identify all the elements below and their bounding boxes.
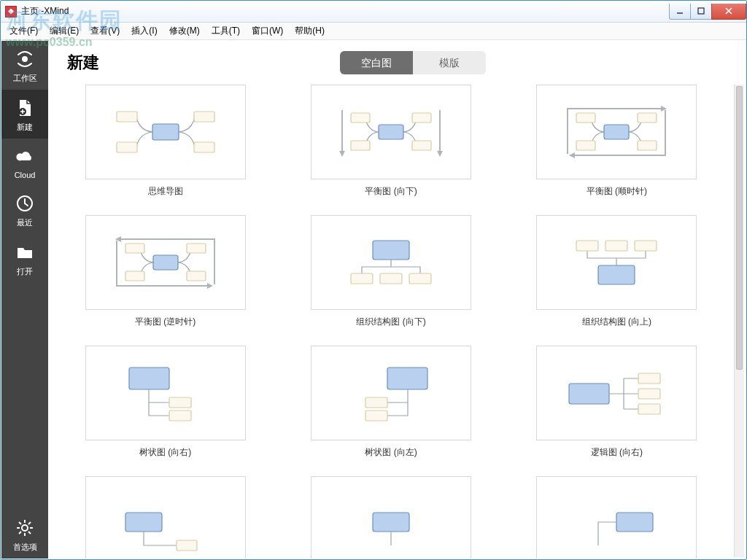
open-icon <box>15 243 34 262</box>
menu-modify[interactable]: 修改(M) <box>163 23 206 39</box>
template-balance-ccw[interactable]: 平衡图 (逆时针) <box>63 215 268 328</box>
app-icon <box>5 6 17 18</box>
template-grid-scroll[interactable]: 思维导图 <box>48 85 734 559</box>
svg-marker-29 <box>437 151 443 157</box>
svg-rect-24 <box>412 141 431 150</box>
sidebar: 工作区 新建 Cloud 最近 <box>1 41 48 559</box>
svg-rect-23 <box>412 113 431 122</box>
menu-edit[interactable]: 编辑(E) <box>44 23 85 39</box>
menu-help[interactable]: 帮助(H) <box>289 23 330 39</box>
svg-rect-41 <box>153 255 178 270</box>
svg-rect-54 <box>169 411 191 421</box>
sidebar-item-prefs[interactable]: 首选项 <box>1 510 48 559</box>
svg-rect-37 <box>125 244 144 253</box>
svg-rect-31 <box>576 141 595 150</box>
svg-rect-62 <box>125 513 162 532</box>
svg-rect-61 <box>638 404 660 414</box>
svg-rect-52 <box>129 368 169 389</box>
sidebar-item-cloud[interactable]: Cloud <box>1 139 48 185</box>
app-window: 主页 -XMind 文件(F) 编辑(E) 查看(V) 插入(I) 修改(M) … <box>0 0 747 560</box>
sidebar-item-label: 打开 <box>1 266 48 277</box>
template-org-up[interactable]: 组织结构图 (向上) <box>514 215 719 328</box>
svg-rect-48 <box>598 265 635 284</box>
svg-rect-57 <box>365 411 387 421</box>
svg-rect-19 <box>194 142 214 152</box>
window-buttons <box>670 4 746 20</box>
template-thumb <box>536 476 697 559</box>
template-label: 思维导图 <box>63 185 268 198</box>
template-label: 树状图 (向右) <box>63 446 268 459</box>
svg-rect-22 <box>351 141 370 150</box>
content-area: 新建 空白图 模版 <box>48 41 746 559</box>
template-balance-down[interactable]: 平衡图 (向下) <box>288 85 493 198</box>
template-label: 平衡图 (向下) <box>288 185 493 198</box>
template-thumb <box>311 215 471 310</box>
svg-marker-43 <box>207 283 213 289</box>
svg-rect-16 <box>117 112 137 122</box>
svg-rect-46 <box>380 273 402 284</box>
template-mindmap[interactable]: 思维导图 <box>63 85 268 198</box>
svg-rect-55 <box>387 368 427 389</box>
svg-point-7 <box>22 525 28 531</box>
close-button[interactable] <box>711 4 746 20</box>
template-extra3[interactable] <box>514 476 719 559</box>
svg-rect-56 <box>365 397 387 408</box>
template-org-down[interactable]: 组织结构图 (向下) <box>288 215 493 328</box>
sidebar-item-label: 新建 <box>1 122 48 133</box>
svg-rect-49 <box>576 241 598 251</box>
maximize-button[interactable] <box>690 4 712 20</box>
menu-tools[interactable]: 工具(T) <box>206 23 246 39</box>
menu-file[interactable]: 文件(F) <box>4 23 44 39</box>
svg-rect-50 <box>605 241 627 251</box>
template-label: 组织结构图 (向下) <box>288 316 493 328</box>
svg-rect-44 <box>373 241 409 260</box>
recent-icon <box>15 194 34 213</box>
segment-blank[interactable]: 空白图 <box>340 51 413 74</box>
template-balance-cw[interactable]: 平衡图 (顺时针) <box>514 85 719 198</box>
sidebar-item-workspace[interactable]: 工作区 <box>1 41 48 90</box>
svg-rect-60 <box>638 389 660 399</box>
menubar: 文件(F) 编辑(E) 查看(V) 插入(I) 修改(M) 工具(T) 窗口(W… <box>1 23 746 40</box>
sidebar-item-recent[interactable]: 最近 <box>1 185 48 234</box>
template-logic-right[interactable]: 逻辑图 (向右) <box>514 346 719 459</box>
page-title: 新建 <box>67 52 99 74</box>
segmented-control: 空白图 模版 <box>340 51 486 74</box>
svg-rect-45 <box>351 273 373 284</box>
svg-rect-59 <box>638 373 660 384</box>
template-tree-right[interactable]: 树状图 (向右) <box>63 346 268 459</box>
cloud-icon <box>15 147 34 166</box>
svg-rect-47 <box>409 273 431 284</box>
titlebar: 主页 -XMind <box>1 1 746 23</box>
svg-rect-34 <box>604 125 629 139</box>
svg-rect-58 <box>569 384 609 404</box>
template-extra2[interactable] <box>288 476 493 559</box>
template-grid: 思维导图 <box>63 85 719 559</box>
menu-insert[interactable]: 插入(I) <box>125 23 163 39</box>
template-thumb <box>85 85 246 179</box>
sidebar-item-label: 工作区 <box>1 73 48 84</box>
svg-rect-30 <box>576 113 595 122</box>
template-thumb <box>536 85 697 179</box>
svg-rect-1 <box>698 8 704 14</box>
sidebar-item-label: Cloud <box>1 171 48 179</box>
scrollbar[interactable] <box>734 85 744 557</box>
minimize-button[interactable] <box>669 4 691 20</box>
template-tree-left[interactable]: 树状图 (向左) <box>288 346 493 459</box>
svg-rect-64 <box>373 513 409 532</box>
menu-view[interactable]: 查看(V) <box>85 23 125 39</box>
svg-marker-27 <box>339 151 345 157</box>
content-header: 新建 空白图 模版 <box>48 41 746 79</box>
svg-rect-21 <box>351 113 370 122</box>
svg-rect-51 <box>635 241 657 251</box>
sidebar-item-label: 最近 <box>1 217 48 228</box>
template-label: 平衡图 (逆时针) <box>63 316 268 328</box>
svg-line-15 <box>19 532 21 534</box>
sidebar-item-new[interactable]: 新建 <box>1 90 48 139</box>
segment-template[interactable]: 模版 <box>413 51 486 74</box>
scrollbar-thumb[interactable] <box>736 86 743 370</box>
menu-window[interactable]: 窗口(W) <box>246 23 289 39</box>
template-thumb <box>536 346 697 440</box>
sidebar-item-open[interactable]: 打开 <box>1 234 48 283</box>
template-label: 组织结构图 (向上) <box>514 316 719 328</box>
template-extra1[interactable] <box>63 476 268 559</box>
